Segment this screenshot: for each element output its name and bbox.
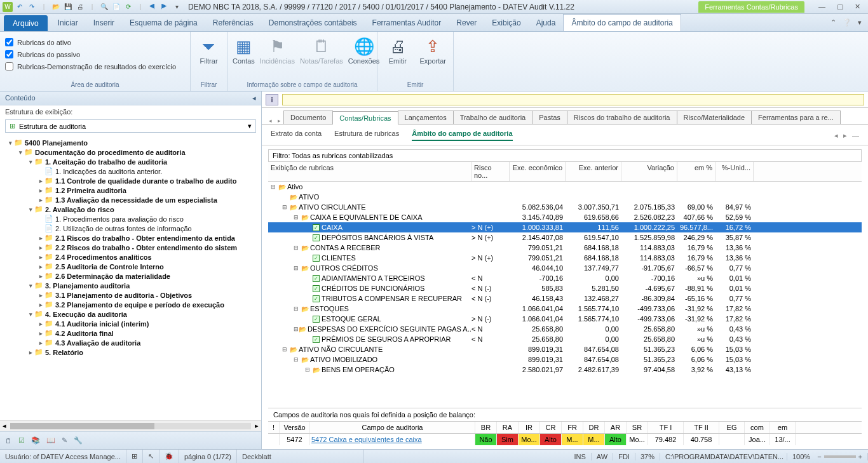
exportar-button[interactable]: ⇪Exportar: [418, 34, 449, 65]
wand-icon[interactable]: ✎: [62, 436, 67, 445]
collapse-left-icon[interactable]: ◂: [252, 94, 256, 102]
grid-row[interactable]: ✓PRÊMIOS DE SEGUROS A APROPRIAR< N25.658…: [268, 334, 862, 344]
menu-tab[interactable]: Exibição: [484, 14, 528, 31]
main-tab[interactable]: Ferramentas para a re...: [751, 111, 841, 124]
grid-row[interactable]: ✓CLIENTES> N (+)799.051,21684.168,18114.…: [268, 253, 862, 263]
arrow-left-icon[interactable]: ⯇: [147, 2, 158, 12]
grid-row[interactable]: ✓CRÉDITOS DE FUNCIONÁRIOS< N (-)585,835.…: [268, 283, 862, 293]
audit-col[interactable]: !: [268, 422, 280, 433]
menu-tab[interactable]: Rever: [449, 14, 484, 31]
tree-item[interactable]: ▸📁2.2 Riscos do trabalho - Obter entendi…: [3, 243, 259, 252]
audit-col[interactable]: RA: [497, 422, 519, 433]
tree-item[interactable]: ▾📁5400 Planejamento: [3, 138, 259, 147]
tree-item[interactable]: 📄1. Procedimentos para avaliação do risc…: [3, 214, 259, 224]
grid-row[interactable]: ✓DEPÓSITOS BANCÁRIOS À VISTA> N (+)2.145…: [268, 232, 862, 243]
info-field[interactable]: [282, 94, 864, 105]
conexoes-button[interactable]: 🌐Conexões: [348, 34, 380, 65]
audit-row[interactable]: 54725472 Caixa e equivalentes de caixaNã…: [268, 434, 862, 445]
tree-item[interactable]: ▾📁3. Planejamento auditoria: [3, 281, 259, 290]
sub-tab[interactable]: Extrato da conta: [271, 130, 322, 141]
tab-scroll-right-icon[interactable]: ▸: [275, 117, 283, 124]
tree-item[interactable]: 📄2. Utilização de outras fontes de infor…: [3, 224, 259, 233]
audit-col[interactable]: SR: [627, 422, 648, 433]
audit-col[interactable]: Campo de auditoria: [310, 422, 475, 433]
main-tab[interactable]: Riscos do trabalho de auditoria: [567, 111, 677, 124]
tree-item[interactable]: ▸📁1.2 Primeira auditoria: [3, 185, 259, 195]
col-name[interactable]: Exibição de rubricas: [268, 162, 471, 181]
main-tab[interactable]: Contas/Rubricas: [332, 111, 398, 124]
tree-item[interactable]: ▸📁1.3 Avaliação da necessidade de um esp…: [3, 195, 259, 205]
tree-item[interactable]: ▸📁2.5 Auditoria de Controle Interno: [3, 262, 259, 271]
tree-item[interactable]: ▸📁3.1 Planejamento de auditoria - Objeti…: [3, 290, 259, 300]
cursor-icon[interactable]: ↖: [143, 450, 159, 463]
grid-row[interactable]: 📂ATIVO: [268, 192, 862, 202]
audit-col[interactable]: TF II: [684, 422, 719, 433]
grid-row[interactable]: ⊟📂ATIVO CIRCULANTE5.082.536,043.007.350,…: [268, 202, 862, 212]
check-rubricas-passivo[interactable]: Rubricas do passivo: [5, 49, 80, 60]
tab-scroll-left-icon[interactable]: ◂: [266, 117, 275, 124]
note-icon[interactable]: 🗒: [5, 437, 12, 445]
tree-item[interactable]: 📄1. Indicações da auditoria anterior.: [3, 166, 259, 176]
preview-icon[interactable]: 🔍: [99, 2, 109, 12]
audit-col[interactable]: TF I: [648, 422, 684, 433]
undo-icon[interactable]: ↶: [15, 2, 25, 12]
ribbon-collapse-icon[interactable]: ⌃: [831, 18, 836, 27]
menu-tab[interactable]: Ferramentas Auditor: [365, 14, 449, 31]
contas-button[interactable]: ▦Contas: [233, 34, 255, 65]
notas-button[interactable]: 🗒Notas/Tarefas: [300, 34, 343, 65]
grid-row[interactable]: ⊟📂BENS EM OPERAÇÃO2.580.021,972.482.617,…: [268, 365, 862, 375]
zoom-out-icon[interactable]: −: [817, 453, 821, 460]
bug-icon[interactable]: 🐞: [159, 450, 179, 463]
books-icon[interactable]: 📚: [31, 436, 40, 445]
main-tab[interactable]: Documento: [283, 111, 333, 124]
grid-body[interactable]: ⊟📂Ativo📂ATIVO⊟📂ATIVO CIRCULANTE5.082.536…: [268, 182, 862, 408]
menu-tab[interactable]: Inserir: [86, 14, 122, 31]
context-tab[interactable]: Ferramentas Contas/Rubricas: [698, 1, 804, 13]
incidencias-button[interactable]: ⚑Incidências: [260, 34, 295, 65]
tree-item[interactable]: ▾📁1. Aceitação do trabalho de auditoria: [3, 157, 259, 166]
check-rubricas-ativo[interactable]: Rubricas do ativo: [5, 37, 71, 48]
minimize-icon[interactable]: —: [818, 3, 825, 11]
wrench-icon[interactable]: 🔧: [74, 436, 83, 445]
audit-col[interactable]: com: [745, 422, 770, 433]
zoom-control[interactable]: 100% − +: [787, 453, 868, 460]
audit-col[interactable]: FR: [562, 422, 583, 433]
audit-col[interactable]: CR: [540, 422, 562, 433]
status-icon1[interactable]: ⊞: [126, 450, 143, 463]
tree-item[interactable]: ▸📁4.1 Auditoria inicial (interim): [3, 319, 259, 328]
grid-row[interactable]: ⊟📂ATIVO IMOBILIZADO899.019,31847.654,085…: [268, 354, 862, 365]
close-icon[interactable]: ✕: [855, 3, 860, 11]
arrow-right-icon[interactable]: ⯈: [159, 2, 170, 12]
tree-item[interactable]: ▸📁4.3 Avaliação de auditoria: [3, 338, 259, 347]
audit-col[interactable]: EG: [719, 422, 745, 433]
tree-item[interactable]: ▾📁2. Avaliação do risco: [3, 205, 259, 214]
qat-more-icon[interactable]: ▾: [172, 2, 182, 12]
tree-item[interactable]: ▸📁2.4 Procedimentos analíticos: [3, 252, 259, 262]
grid-row[interactable]: ⊟📂CONTAS A RECEBER799.051,21684.168,1811…: [268, 243, 862, 253]
audit-col[interactable]: Versão: [280, 422, 310, 433]
menu-tab[interactable]: Iniciar: [50, 14, 86, 31]
grid-row[interactable]: ⊟📂OUTROS CRÉDITOS46.044,10137.749,77-91.…: [268, 263, 862, 273]
navigation-tree[interactable]: ▾📁5400 Planejamento▾📁Documentação do pro…: [0, 137, 261, 420]
next-icon[interactable]: ▸: [843, 131, 847, 140]
redo-icon[interactable]: ↷: [27, 2, 37, 12]
tree-item[interactable]: ▾📁4. Execução da auditoria: [3, 309, 259, 319]
tree-item[interactable]: ▸📁2.1 Riscos do trabalho - Obter entendi…: [3, 233, 259, 243]
menu-tab[interactable]: Demonstrações contábeis: [261, 14, 365, 31]
main-tab[interactable]: Pastas: [532, 111, 567, 124]
grid-row[interactable]: ⊟📂ATIVO NÃO CIRCULANTE899.019,31847.654,…: [268, 344, 862, 354]
grid-row[interactable]: ✓CAIXA> N (+)1.000.333,81111,561.000.222…: [268, 222, 862, 232]
grid-row[interactable]: ✓ADIANTAMENTO A TERCEIROS< N-700,160,00-…: [268, 273, 862, 283]
grid-row[interactable]: ⊟📂CAIXA E EQUIVALENTE DE CAIXA3.145.740,…: [268, 212, 862, 222]
checklist-icon[interactable]: ☑: [18, 436, 25, 445]
menu-tab[interactable]: Esquema de página: [122, 14, 205, 31]
horizontal-scrollbar[interactable]: ◂▸: [0, 420, 261, 431]
ribbon-options-icon[interactable]: ▾: [858, 18, 862, 27]
menu-tab-active[interactable]: Âmbito do campo de auditoria: [563, 14, 681, 31]
main-tab[interactable]: Risco/Materialidade: [677, 111, 752, 124]
zoom-in-icon[interactable]: +: [858, 453, 862, 460]
binders-icon[interactable]: 📖: [46, 436, 55, 445]
main-tab[interactable]: Trabalho de auditoria: [453, 111, 533, 124]
tree-item[interactable]: ▸📁5. Relatório: [3, 347, 259, 357]
emitir-button[interactable]: 🖨Emitir: [383, 34, 413, 65]
